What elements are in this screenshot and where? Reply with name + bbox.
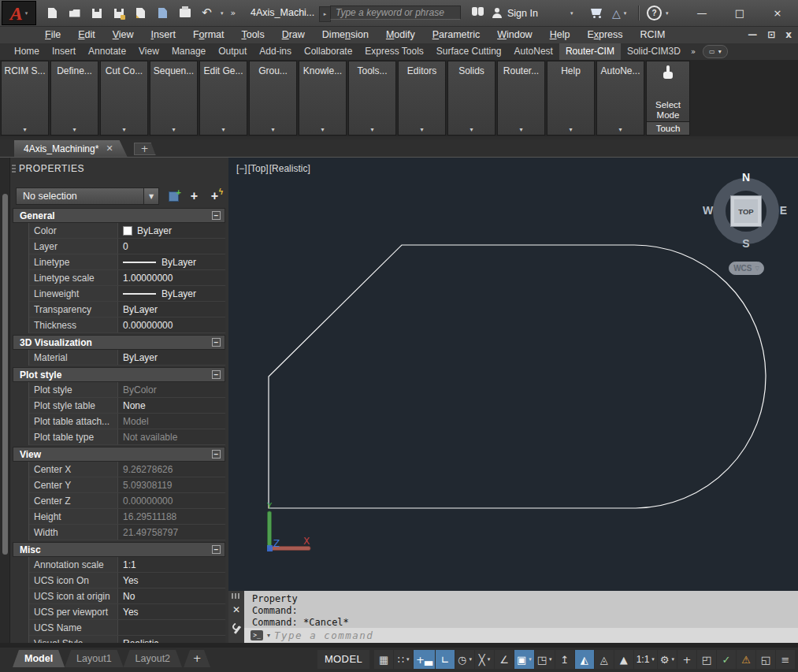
ribbon-panel-autone[interactable]: AutoNe...▾ — [596, 61, 644, 136]
save-as-button[interactable] — [110, 5, 127, 22]
application-menu-button[interactable]: A ▾ — [2, 1, 36, 25]
scrollbar-thumb[interactable] — [2, 194, 8, 555]
undo-dropdown-icon[interactable]: ▾ — [221, 10, 224, 17]
collapse-icon[interactable]: − — [212, 338, 221, 347]
chevron-down-icon[interactable]: ▼ — [143, 188, 158, 204]
ribbon-panel-knowle[interactable]: Knowle...▾ — [299, 61, 347, 136]
grid-display-button[interactable]: ▦ — [374, 650, 393, 669]
wcs-dropdown[interactable]: WCS ▽ — [729, 262, 764, 275]
viewcube[interactable]: N S W E TOP — [713, 178, 779, 244]
property-value[interactable]: 0 — [117, 239, 225, 254]
viewport-visual-style-control[interactable]: [Realistic] — [269, 163, 310, 174]
layout-tab-model[interactable]: Model — [13, 650, 65, 667]
ortho-mode-button[interactable]: ∟ — [436, 650, 455, 669]
customization-button[interactable]: ≡ — [776, 650, 795, 669]
collapse-icon[interactable]: − — [212, 545, 221, 554]
ribbon-panel-touch[interactable]: Select ModeTouch — [646, 61, 690, 136]
property-value[interactable]: ByLayer — [117, 223, 225, 238]
store-cart-icon[interactable] — [591, 9, 603, 18]
ribbon-tab-add-ins[interactable]: Add-ins — [253, 43, 298, 60]
close-icon[interactable]: ✕ — [232, 605, 240, 614]
isolate-objects-button[interactable]: ◰ — [697, 650, 716, 669]
plot-button[interactable] — [176, 5, 193, 22]
ribbon-tab-annotate[interactable]: Annotate — [82, 43, 132, 60]
isometric-drafting-button[interactable]: ╳▾ — [475, 650, 494, 669]
property-value[interactable]: No — [117, 588, 225, 603]
ribbon-tab-collaborate[interactable]: Collaborate — [298, 43, 358, 60]
dynamic-ucs-button[interactable]: ↥ — [555, 650, 574, 669]
panel-expand-icon[interactable]: ▾ — [101, 126, 147, 133]
isometric-drafting-dropdown-icon[interactable]: ▾ — [488, 656, 491, 663]
panel-expand-icon[interactable]: ▾ — [2, 126, 48, 133]
help-button[interactable]: ? ▾ — [647, 0, 669, 26]
model-viewport[interactable]: Y X Z [−][Top][Realistic] N S W E TOP WC… — [228, 157, 798, 591]
drag-grip-icon[interactable] — [232, 593, 241, 599]
palette-scrollbar[interactable] — [0, 158, 10, 643]
select-mode-button[interactable]: Select Mode — [647, 100, 689, 121]
search-input[interactable] — [330, 6, 461, 20]
panel-expand-icon[interactable]: ▾ — [250, 126, 296, 133]
a360-button[interactable]: △ ▾ — [612, 0, 626, 26]
select-objects-icon[interactable]: + — [187, 190, 201, 203]
property-value[interactable]: ByLayer — [117, 254, 225, 269]
menu-window[interactable]: Window — [488, 27, 540, 43]
menu-modify[interactable]: Modify — [377, 27, 424, 43]
panel-expand-icon[interactable]: ▾ — [299, 126, 346, 133]
viewport-minimize-control[interactable]: [−] — [236, 163, 247, 174]
property-value[interactable]: Model — [117, 414, 225, 429]
wrench-icon[interactable] — [232, 624, 242, 635]
ribbon-overflow-icon[interactable]: » — [687, 43, 700, 60]
annotation-autoscale-button[interactable]: ◬ — [595, 650, 614, 669]
window-maximize-button[interactable]: □ — [721, 0, 759, 26]
property-value[interactable] — [117, 620, 225, 635]
object-snap-2d-button[interactable]: ▣▾ — [514, 650, 534, 669]
annotation-scale-dropdown-icon[interactable]: ▾ — [651, 656, 655, 663]
annotation-objects-button[interactable]: ▲ — [614, 650, 633, 669]
sign-in-button[interactable]: Sign In ▾ — [492, 0, 573, 26]
object-snap-2d-dropdown-icon[interactable]: ▾ — [529, 656, 532, 663]
new-file-button[interactable] — [44, 5, 61, 22]
chevron-down-icon[interactable]: ▾ — [267, 632, 270, 639]
ribbon-tab-autonest[interactable]: AutoNest — [508, 43, 559, 60]
panel-expand-icon[interactable]: ▾ — [547, 126, 594, 133]
property-value[interactable]: Yes — [117, 604, 225, 619]
property-value[interactable]: 9.26278626 — [117, 462, 225, 477]
panel-expand-icon[interactable]: ▾ — [448, 126, 495, 133]
doc-minimize-button[interactable]: — — [748, 27, 757, 43]
menu-parametric[interactable]: Parametric — [424, 27, 488, 43]
annotation-monitor-button[interactable]: ⚠ — [737, 650, 755, 669]
property-value[interactable]: ByLayer — [117, 286, 225, 301]
object-snap-tracking-button[interactable]: ∠ — [495, 650, 514, 669]
property-value[interactable]: 0.00000000 — [117, 493, 225, 508]
property-value[interactable]: 1:1 — [117, 557, 225, 572]
menu-draw[interactable]: Draw — [273, 27, 314, 43]
ribbon-panel-tools[interactable]: Tools...▾ — [348, 61, 396, 136]
section-header-general[interactable]: General− — [13, 208, 225, 223]
panel-expand-icon[interactable]: ▾ — [498, 126, 544, 133]
section-header-misc[interactable]: Misc− — [13, 542, 225, 557]
ribbon-tab-output[interactable]: Output — [212, 43, 253, 60]
property-value[interactable]: ByLayer — [117, 302, 225, 317]
ribbon-tab-solid-cim3d[interactable]: Solid-CIM3D — [621, 43, 687, 60]
command-history[interactable]: PropertyCommand:Command: *Cancel* — [244, 591, 798, 628]
ribbon-panel-define[interactable]: Define...▾ — [50, 61, 98, 136]
property-value[interactable]: 16.29511188 — [117, 509, 225, 524]
object-snap-3d-button[interactable]: ◳▾ — [535, 650, 555, 669]
annotation-scale-button[interactable]: 1:1▾ — [634, 650, 657, 669]
section-header-3d-visualization[interactable]: 3D Visualization− — [13, 335, 225, 350]
menu-format[interactable]: Format — [184, 27, 233, 43]
graphics-performance-button[interactable]: ✓ — [717, 650, 736, 669]
polar-tracking-button[interactable]: ◷▾ — [455, 650, 474, 669]
panel-expand-icon[interactable]: ▾ — [200, 126, 247, 133]
ribbon-tab-view[interactable]: View — [132, 43, 165, 60]
ribbon-panel-sequen[interactable]: Sequen...▾ — [150, 61, 198, 136]
selection-dropdown[interactable]: No selection ▼ — [16, 187, 159, 205]
panel-expand-icon[interactable]: ▾ — [597, 126, 644, 133]
ribbon-panel-cut-co[interactable]: Cut Co...▾ — [100, 61, 148, 136]
close-icon[interactable]: ✕ — [106, 143, 113, 154]
menu-view[interactable]: View — [104, 27, 143, 43]
property-value[interactable]: 0.00000000 — [117, 317, 225, 332]
ribbon-tab-surface-cutting[interactable]: Surface Cutting — [430, 43, 508, 60]
property-value[interactable]: 1.00000000 — [117, 270, 225, 285]
collapse-icon[interactable]: − — [212, 370, 221, 379]
